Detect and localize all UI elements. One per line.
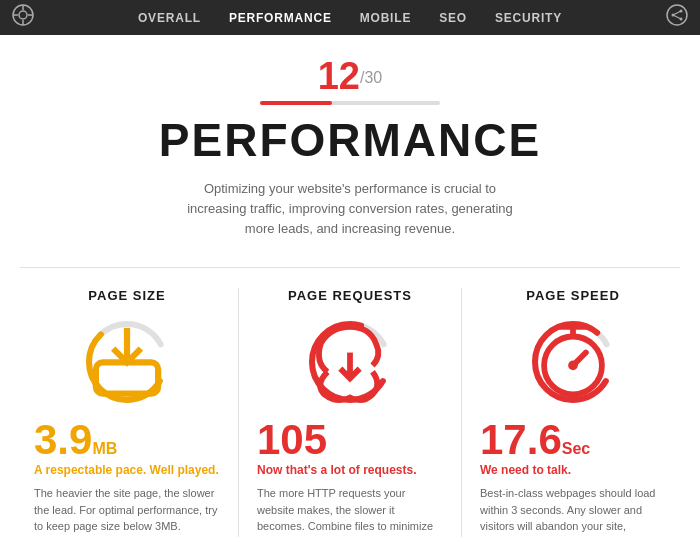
page-requests-title: PAGE REQUESTS xyxy=(257,288,443,303)
page-speed-gauge-container xyxy=(480,317,666,407)
svg-point-22 xyxy=(568,361,578,371)
page-speed-title: PAGE SPEED xyxy=(480,288,666,303)
score-total: /30 xyxy=(360,69,382,86)
page-size-desc: The heavier the site page, the slower th… xyxy=(34,485,220,535)
page-size-status: A respectable pace. Well played. xyxy=(34,463,220,477)
svg-rect-14 xyxy=(96,363,158,394)
page-speed-value: 17.6Sec xyxy=(480,419,666,461)
page-speed-gauge xyxy=(528,317,618,407)
svg-point-6 xyxy=(667,5,687,25)
svg-point-1 xyxy=(19,11,27,19)
nav-overall[interactable]: OVERALL xyxy=(138,11,201,25)
page-speed-card: PAGE SPEED 17.6Sec xyxy=(462,288,684,537)
page-size-value: 3.9MB xyxy=(34,419,220,461)
svg-line-10 xyxy=(673,11,681,15)
nav-security[interactable]: SECURITY xyxy=(495,11,562,25)
page-speed-icon xyxy=(528,314,618,410)
svg-line-11 xyxy=(673,15,681,19)
score-value: 12 xyxy=(318,55,360,97)
page-size-card: PAGE SIZE 3.9MB A respectable pace. W xyxy=(16,288,239,537)
share-icon[interactable] xyxy=(666,4,688,31)
page-requests-desc: The more HTTP requests your website make… xyxy=(257,485,443,537)
score-bar-fill xyxy=(260,101,332,105)
nav-seo[interactable]: SEO xyxy=(439,11,467,25)
page-speed-desc: Best-in-class webpages should load withi… xyxy=(480,485,666,537)
page-requests-gauge xyxy=(305,317,395,407)
cards-container: PAGE SIZE 3.9MB A respectable pace. W xyxy=(0,268,700,537)
page-requests-icon xyxy=(305,314,395,410)
page-requests-status: Now that's a lot of requests. xyxy=(257,463,443,477)
page-size-title: PAGE SIZE xyxy=(34,288,220,303)
page-title: PERFORMANCE xyxy=(20,113,680,167)
page-requests-gauge-container xyxy=(257,317,443,407)
page-size-gauge-container xyxy=(34,317,220,407)
logo-icon[interactable] xyxy=(12,4,34,31)
score-section: 12/30 PERFORMANCE Optimizing your websit… xyxy=(0,35,700,267)
header: OVERALL PERFORMANCE MOBILE SEO SECURITY xyxy=(0,0,700,35)
score-bar xyxy=(260,101,440,105)
page-size-gauge xyxy=(82,317,172,407)
page-description: Optimizing your website's performance is… xyxy=(180,179,520,239)
nav-performance[interactable]: PERFORMANCE xyxy=(229,11,332,25)
nav-mobile[interactable]: MOBILE xyxy=(360,11,411,25)
score-display: 12/30 xyxy=(20,57,680,95)
page-requests-value: 105 xyxy=(257,419,443,461)
page-speed-status: We need to talk. xyxy=(480,463,666,477)
page-size-icon xyxy=(82,314,172,410)
main-nav: OVERALL PERFORMANCE MOBILE SEO SECURITY xyxy=(138,11,562,25)
page-requests-card: PAGE REQUESTS 105 Now th xyxy=(239,288,462,537)
